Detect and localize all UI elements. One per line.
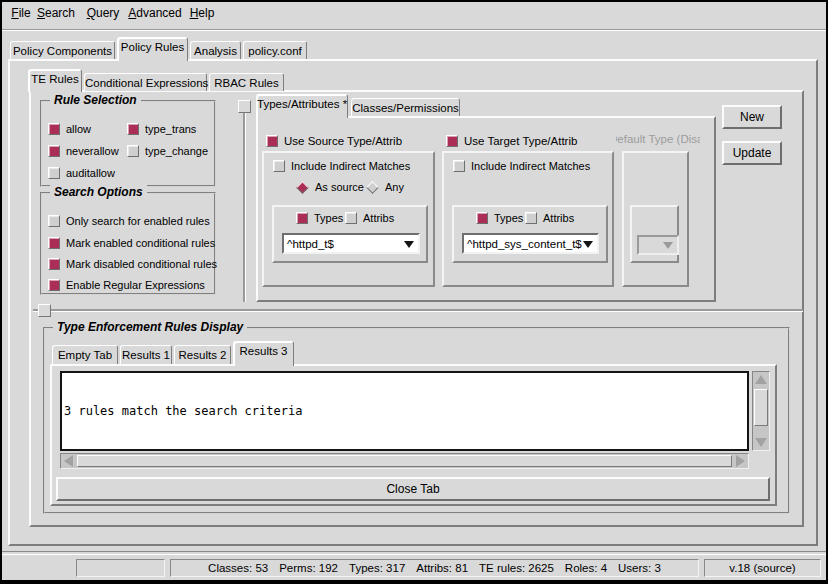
tab-te-rules[interactable]: TE Rules [28,69,82,92]
horizontal-scrollbar-thumb[interactable] [77,455,732,467]
checkbox-auditallow[interactable]: auditallow [48,166,115,180]
vertical-sash-handle[interactable] [238,100,251,113]
target-type-combobox[interactable]: ^httpd_sys_content_t$ [462,233,599,254]
checkbox-allow[interactable]: allow [48,122,91,136]
stat-te-rules: TE rules: 2625 [479,562,554,574]
checkbox-source-types[interactable]: Types [296,211,343,225]
update-button[interactable]: Update [722,141,782,165]
statusbar-version-panel: v.18 (source) [704,559,821,577]
checkbox-use-target-type[interactable]: Use Target Type/Attrib [446,134,577,148]
checkbox-indicator [296,212,308,224]
stat-users: Users: 3 [618,562,661,574]
checkbox-target-types[interactable]: Types [476,211,523,225]
checkbox-source-include-indirect[interactable]: Include Indirect Matches [273,159,410,173]
vertical-sash[interactable] [243,100,245,302]
scroll-left-icon[interactable] [64,455,73,467]
tab-analysis[interactable]: Analysis [190,41,241,59]
new-button[interactable]: New [722,105,782,129]
stat-attribs: Attribs: 81 [416,562,468,574]
close-tab-button[interactable]: Close Tab [56,477,770,501]
tab-policy-components[interactable]: Policy Components [10,41,115,59]
results-text-area[interactable]: 3 rules match the search criteria (5822)… [60,371,749,451]
radio-indicator [366,181,379,194]
checkbox-mark-disabled-conditional[interactable]: Mark disabled conditional rules [48,257,217,271]
radio-indicator [296,181,309,194]
checkbox-target-attribs[interactable]: Attribs [525,211,574,225]
te-rules-display-title: Type Enforcement Rules Display [53,320,247,334]
checkbox-neverallow[interactable]: neverallow [48,144,119,158]
results-horizontal-scrollbar[interactable] [60,453,749,469]
tab-classes-permissions[interactable]: Classes/Permissions [351,98,460,116]
checkbox-indicator [48,123,60,135]
tab-empty-tab[interactable]: Empty Tab [52,345,118,364]
chevron-down-icon [663,242,673,249]
checkbox-indicator [266,135,278,147]
source-type-combobox[interactable]: ^httpd_t$ [282,233,420,254]
checkbox-indicator [127,145,139,157]
stat-perms: Perms: 192 [279,562,338,574]
checkbox-indicator [127,123,139,135]
checkbox-use-source-type[interactable]: Use Source Type/Attrib [266,134,402,148]
scroll-right-icon[interactable] [736,455,745,467]
horizontal-sash[interactable] [33,309,803,311]
checkbox-enable-regex[interactable]: Enable Regular Expressions [48,278,205,292]
menu-query[interactable]: Query [80,6,126,24]
checkbox-indicator [48,258,60,270]
policy-version: v.18 (source) [729,562,795,574]
stat-roles: Roles: 4 [565,562,607,574]
scroll-down-icon[interactable] [755,438,767,447]
vertical-scrollbar-thumb[interactable] [754,389,768,426]
stat-classes: Classes: 53 [208,562,268,574]
tab-policy-rules[interactable]: Policy Rules [117,37,188,61]
statusbar-left-panel [76,559,165,577]
stat-types: Types: 317 [349,562,405,574]
checkbox-indicator [446,135,458,147]
tab-results-3[interactable]: Results 3 [233,341,294,366]
tab-rbac-rules[interactable]: RBAC Rules [209,73,284,91]
default-type-label: Default Type (Disabled) [616,133,700,148]
tab-conditional-expressions[interactable]: Conditional Expressions [84,73,207,91]
checkbox-indicator [453,160,465,172]
menu-help[interactable]: Help [184,6,220,24]
checkbox-indicator [476,212,488,224]
rule-selection-title: Rule Selection [50,93,141,107]
checkbox-indicator [48,279,60,291]
checkbox-indicator [48,167,60,179]
checkbox-indicator [48,145,60,157]
default-type-combobox [637,235,679,255]
menu-search[interactable]: Search [31,6,81,24]
chevron-down-icon [404,241,414,248]
checkbox-mark-enabled-conditional[interactable]: Mark enabled conditional rules [48,236,215,250]
checkbox-type-change[interactable]: type_change [127,144,208,158]
tab-results-1[interactable]: Results 1 [120,345,172,364]
search-options-title: Search Options [50,185,147,199]
scroll-up-icon[interactable] [755,375,767,384]
radio-as-source[interactable]: As source [296,180,364,194]
horizontal-sash-handle[interactable] [38,304,51,317]
radio-any[interactable]: Any [366,180,404,194]
statusbar-stats-panel: Classes: 53 Perms: 192 Types: 317 Attrib… [170,559,699,577]
chevron-down-icon [583,241,593,248]
checkbox-target-include-indirect[interactable]: Include Indirect Matches [453,159,590,173]
statusbar-separator [2,551,826,555]
checkbox-indicator [345,212,357,224]
checkbox-indicator [48,215,60,227]
tab-results-2[interactable]: Results 2 [174,345,231,364]
checkbox-indicator [525,212,537,224]
results-summary: 3 rules match the search criteria [64,404,745,418]
checkbox-type-trans[interactable]: type_trans [127,122,196,136]
tab-policy-conf[interactable]: policy.conf [243,41,307,59]
checkbox-source-attribs[interactable]: Attribs [345,211,394,225]
tab-types-attributes[interactable]: Types/Attributes * [256,94,348,118]
checkbox-indicator [273,160,285,172]
menu-advanced[interactable]: Advanced [124,6,186,24]
apol-window: File Search Query Advanced Help Policy C… [0,0,828,584]
results-vertical-scrollbar[interactable] [752,371,770,451]
checkbox-indicator [48,237,60,249]
checkbox-only-enabled-rules[interactable]: Only search for enabled rules [48,214,210,228]
